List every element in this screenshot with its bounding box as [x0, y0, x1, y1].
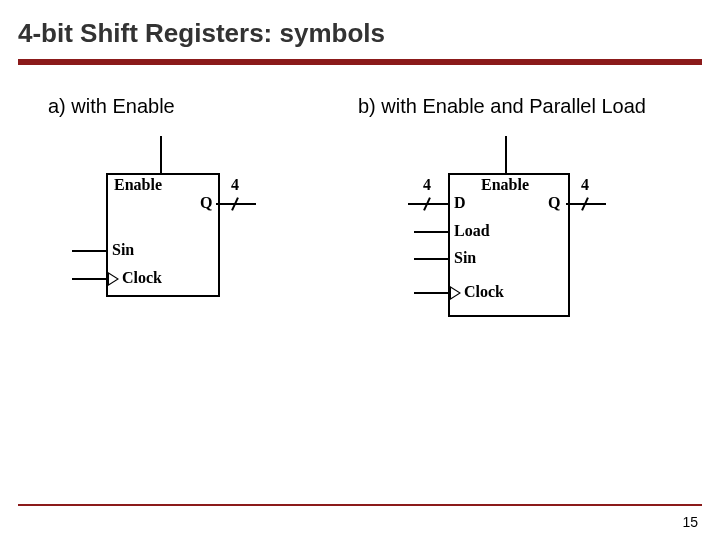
- diagA-sin-wire: [72, 250, 106, 252]
- subtitle-b: b) with Enable and Parallel Load: [348, 95, 646, 118]
- diagA-clock-label: Clock: [122, 269, 162, 287]
- diagB-enable-label: Enable: [481, 176, 529, 194]
- diagB-clock-wire: [414, 292, 448, 294]
- footer-rule: [18, 504, 702, 506]
- diagA-sin-label: Sin: [112, 241, 134, 259]
- subtitles-row: a) with Enable b) with Enable and Parall…: [0, 95, 720, 118]
- diagrams-area: Enable Q 4 Sin Clock Enable 4 D Q 4 Load…: [0, 118, 720, 378]
- diagB-enable-wire: [505, 136, 507, 173]
- diagB-bus4-in: 4: [423, 176, 431, 194]
- diagA-enable-wire: [160, 136, 162, 173]
- page-number: 15: [682, 514, 698, 530]
- diagB-load-wire: [414, 231, 448, 233]
- diagA-clock-wire: [72, 278, 106, 280]
- diagB-sin-label: Sin: [454, 249, 476, 267]
- diagB-sin-wire: [414, 258, 448, 260]
- diagA-q-label: Q: [200, 194, 212, 212]
- diagA-enable-label: Enable: [114, 176, 162, 194]
- page-title: 4-bit Shift Registers: symbols: [0, 0, 720, 59]
- diagB-clock-triangle: [450, 286, 461, 300]
- diagB-q-label: Q: [548, 194, 560, 212]
- diagA-bus4: 4: [231, 176, 239, 194]
- diagB-d-label: D: [454, 194, 466, 212]
- diagB-load-label: Load: [454, 222, 490, 240]
- diagB-clock-label: Clock: [464, 283, 504, 301]
- title-rule: [18, 59, 702, 65]
- subtitle-a: a) with Enable: [0, 95, 348, 118]
- diagB-bus4-out: 4: [581, 176, 589, 194]
- diagA-clock-triangle: [108, 272, 119, 286]
